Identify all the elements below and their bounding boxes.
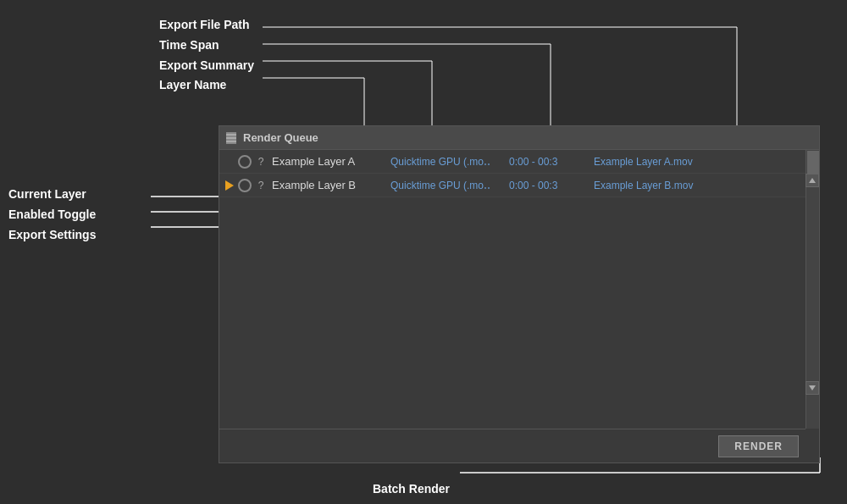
layer-name-a: Example Layer A [272, 155, 390, 168]
enabled-toggle-label: Enabled Toggle [8, 205, 96, 225]
export-settings-label: Export Settings [8, 225, 96, 246]
scrollbar-thumb[interactable] [807, 151, 819, 176]
panel-drag-handle [226, 132, 236, 144]
scroll-down-icon [809, 385, 816, 390]
top-annotations: Export File Path Time Span Export Summar… [159, 15, 254, 96]
enabled-toggle-b[interactable] [238, 179, 252, 192]
render-button[interactable]: RENDER [718, 435, 799, 457]
export-file-path-label: Export File Path [159, 15, 254, 36]
export-summary-label: Export Summary [159, 56, 254, 76]
scrollbar[interactable] [805, 150, 819, 429]
render-bar: RENDER [219, 429, 805, 462]
output-b[interactable]: Example Layer B.mov [594, 180, 816, 191]
render-queue-panel: Render Queue ? Example Layer A Quicktime… [219, 125, 820, 463]
time-span-label: Time Span [159, 36, 254, 56]
panel-title: Render Queue [243, 131, 318, 144]
enabled-toggle-a[interactable] [238, 155, 252, 169]
current-layer-arrow [225, 180, 234, 191]
scroll-up-button[interactable] [805, 174, 819, 187]
batch-render-label: Batch Render [373, 482, 450, 496]
export-format-a[interactable]: Quicktime GPU (.mo‥ [390, 156, 509, 168]
status-b: ? [255, 180, 267, 191]
layer-name-label: Layer Name [159, 75, 254, 96]
timespan-a: 0:00 - 00:3 [509, 156, 594, 168]
layer-name-b: Example Layer B [272, 179, 390, 191]
scroll-down-button[interactable] [805, 381, 819, 395]
status-a: ? [255, 156, 267, 168]
current-layer-label: Current Layer [8, 185, 96, 205]
queue-row-b[interactable]: ? Example Layer B Quicktime GPU (.mo‥ 0:… [219, 174, 819, 197]
play-indicator-b [223, 179, 236, 192]
export-format-b[interactable]: Quicktime GPU (.mo‥ [390, 180, 509, 191]
left-annotations: Current Layer Enabled Toggle Export Sett… [8, 185, 96, 245]
panel-header: Render Queue [219, 126, 819, 150]
scroll-up-icon [809, 178, 816, 183]
output-a[interactable]: Example Layer A.mov [594, 156, 816, 168]
timespan-b: 0:00 - 00:3 [509, 180, 594, 191]
queue-row-a[interactable]: ? Example Layer A Quicktime GPU (.mo‥ 0:… [219, 150, 819, 174]
play-indicator-a [223, 155, 236, 169]
